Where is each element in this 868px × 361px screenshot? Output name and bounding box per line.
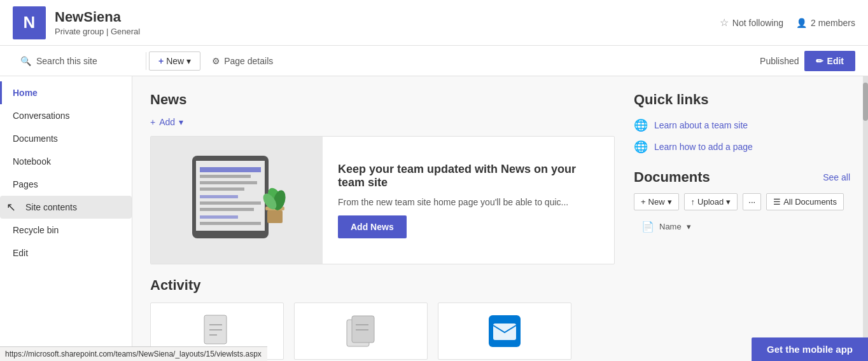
sidebar-item-recycle-bin[interactable]: Recycle bin: [0, 219, 132, 242]
sidebar-item-conversations[interactable]: Conversations: [0, 104, 132, 127]
docs-header: Documents See all: [634, 169, 850, 186]
docs-more-button[interactable]: ···: [743, 193, 761, 210]
news-section: News + Add ▾: [150, 92, 615, 264]
edit-button[interactable]: ✏ Edit: [804, 51, 855, 71]
sidebar-item-notebook[interactable]: Notebook: [0, 150, 132, 173]
svg-rect-12: [267, 210, 283, 223]
quick-link-2-label: Learn how to add a page: [654, 142, 753, 152]
svg-rect-8: [200, 208, 254, 211]
list-icon: ☰: [773, 197, 781, 207]
svg-rect-4: [200, 181, 257, 184]
chevron-down-icon: ▾: [668, 197, 672, 207]
chevron-down-icon: ▾: [179, 117, 183, 127]
quick-links-title: Quick links: [634, 92, 850, 108]
pencil-icon: ✏: [816, 56, 823, 66]
docs-new-button[interactable]: + New ▾: [634, 193, 679, 210]
sidebar-item-label: Site contents: [13, 202, 77, 212]
toolbar-actions: + New ▾ ⚙ Page details: [149, 51, 282, 71]
news-card: Keep your team updated with News on your…: [150, 136, 615, 264]
tablet-illustration: [173, 149, 300, 251]
search-area[interactable]: 🔍 Search this site: [13, 52, 146, 70]
page-details-button[interactable]: ⚙ Page details: [203, 52, 282, 70]
sidebar-item-label: Notebook: [13, 156, 51, 167]
layout: Home Conversations Documents Notebook Pa…: [0, 76, 868, 361]
globe-icon-2: 🌐: [634, 140, 648, 154]
news-heading: Keep your team updated with News on your…: [338, 163, 599, 189]
name-col-label: Name: [659, 222, 682, 231]
add-label: Add: [159, 117, 175, 127]
news-content: Keep your team updated with News on your…: [323, 137, 614, 264]
svg-rect-5: [200, 187, 244, 191]
docs-title: Documents: [634, 169, 710, 186]
activity-card-3: [438, 303, 571, 360]
sidebar-item-label: Conversations: [13, 111, 70, 121]
gear-icon: ⚙: [212, 56, 220, 66]
docs-upload-button[interactable]: ↑ Upload ▾: [684, 193, 738, 210]
see-all-link[interactable]: See all: [823, 172, 850, 182]
site-title: NewSiena: [55, 9, 140, 25]
person-icon: 👤: [796, 18, 807, 28]
scrollbar-track[interactable]: [863, 76, 868, 361]
quick-link-2[interactable]: 🌐 Learn how to add a page: [634, 140, 850, 154]
search-icon: 🔍: [20, 56, 31, 66]
sidebar-item-home[interactable]: Home: [0, 81, 132, 104]
toolbar-left: 🔍 Search this site + New ▾ ⚙ Page detail…: [13, 51, 282, 71]
plus-icon: +: [150, 117, 155, 127]
star-icon: ☆: [720, 17, 729, 29]
svg-rect-3: [200, 175, 251, 178]
header-left: N NewSiena Private group | General: [13, 6, 140, 39]
url-bar: https://microsoft.sharepoint.com/teams/N…: [0, 346, 267, 361]
docs-name-header: 📄 Name ▾: [634, 217, 850, 236]
sidebar-item-documents[interactable]: Documents: [0, 127, 132, 150]
sidebar-item-pages[interactable]: Pages: [0, 173, 132, 196]
separator: |: [106, 27, 111, 36]
sidebar-item-label: Home: [13, 88, 38, 98]
sidebar-item-label: Documents: [13, 133, 58, 144]
not-following-button[interactable]: ☆ Not following: [720, 17, 783, 29]
members-button[interactable]: 👤 2 members: [796, 18, 855, 28]
mobile-app-banner[interactable]: Get the mobile app: [752, 337, 868, 361]
docs-upload-label: Upload: [697, 197, 724, 207]
search-label: Search this site: [36, 56, 97, 66]
activity-title: Activity: [150, 277, 615, 294]
svg-rect-7: [200, 201, 261, 205]
svg-rect-2: [200, 167, 261, 172]
site-subtitle: Private group | General: [55, 27, 140, 36]
outlook-icon: [486, 312, 524, 350]
new-label: New: [166, 56, 184, 66]
file-icon: [198, 312, 236, 350]
sidebar-item-edit[interactable]: Edit: [0, 242, 132, 264]
scrollbar-thumb[interactable]: [863, 83, 868, 121]
quick-links-section: Quick links 🌐 Learn about a team site 🌐 …: [634, 92, 850, 154]
site-icon: N: [13, 6, 46, 39]
copy-icon: [342, 312, 380, 350]
svg-rect-10: [200, 222, 261, 225]
ellipsis-icon: ···: [748, 197, 755, 207]
docs-toolbar: + New ▾ ↑ Upload ▾ ··· ☰ All Documents: [634, 193, 850, 210]
cursor-indicator: ↖: [6, 200, 16, 214]
main-content: News + Add ▾: [132, 76, 868, 361]
sidebar-item-label: Edit: [13, 248, 28, 258]
news-description: From the new team site home page you'll …: [338, 196, 599, 209]
sidebar-item-label: Recycle bin: [13, 225, 59, 235]
sidebar-item-site-contents[interactable]: ↖ Site contents: [0, 196, 132, 219]
quick-link-1[interactable]: 🌐 Learn about a team site: [634, 118, 850, 132]
plus-icon: +: [158, 56, 164, 66]
documents-section: Documents See all + New ▾ ↑ Upload ▾: [634, 169, 850, 236]
sidebar: Home Conversations Documents Notebook Pa…: [0, 76, 132, 361]
quick-link-1-label: Learn about a team site: [654, 120, 748, 130]
new-button[interactable]: + New ▾: [149, 51, 200, 71]
header: N NewSiena Private group | General ☆ Not…: [0, 0, 868, 46]
add-news-button[interactable]: + Add ▾: [150, 117, 615, 127]
not-following-label: Not following: [732, 18, 783, 28]
globe-icon-1: 🌐: [634, 118, 648, 132]
sidebar-item-label: Pages: [13, 179, 38, 189]
site-section: General: [111, 27, 140, 36]
page-details-label: Page details: [224, 56, 273, 66]
site-info: NewSiena Private group | General: [55, 9, 140, 36]
plus-icon: +: [641, 197, 646, 207]
add-news-cta-button[interactable]: Add News: [338, 215, 407, 238]
chevron-down-icon: ▾: [186, 56, 191, 66]
main-right: Quick links 🌐 Learn about a team site 🌐 …: [634, 92, 850, 346]
docs-view-button[interactable]: ☰ All Documents: [766, 193, 844, 210]
